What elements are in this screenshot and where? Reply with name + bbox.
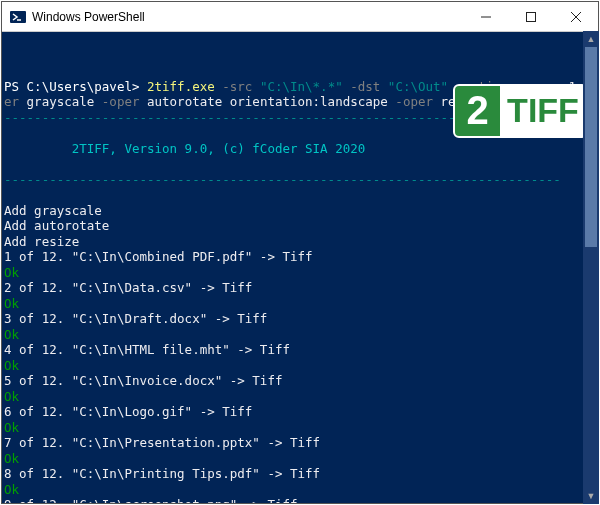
divider-bottom: ----------------------------------------… [4,172,561,187]
2tiff-logo: 2 TIFF [453,84,588,138]
ok-line: Ok [4,265,19,280]
arg-autorotate: autorotate orientation:landscape [147,94,395,109]
ok-line: Ok [4,389,19,404]
file-line: 6 of 12. "C:\In\Logo.gif" -> Tiff [4,404,252,419]
window-title: Windows PowerShell [32,10,145,24]
file-line: 7 of 12. "C:\In\Presentation.pptx" -> Ti… [4,435,320,450]
powershell-window: Windows PowerShell PS C:\Users\pavel> 2t… [1,1,599,504]
ok-line: Ok [4,420,19,435]
vertical-scrollbar[interactable]: ▲ ▼ [583,31,599,504]
prompt-path: C:\Users\pavel> [27,79,147,94]
flag-src: -src [222,79,260,94]
file-line: 9 of 12. "C:\In\screenshot.png" -> Tiff [4,497,298,503]
ok-line: Ok [4,451,19,466]
file-line: 2 of 12. "C:\In\Data.csv" -> Tiff [4,280,252,295]
file-line: 1 of 12. "C:\In\Combined PDF.pdf" -> Tif… [4,249,313,264]
scroll-down-icon[interactable]: ▼ [583,488,599,504]
titlebar[interactable]: Windows PowerShell [2,2,598,32]
flag-oper3: -oper [395,94,440,109]
op-resize: Add resize [4,234,79,249]
file-line: 4 of 12. "C:\In\HTML file.mht" -> Tiff [4,342,290,357]
file-line: 8 of 12. "C:\In\Printing Tips.pdf" -> Ti… [4,466,320,481]
ok-line: Ok [4,482,19,497]
maximize-button[interactable] [508,2,553,32]
terminal[interactable]: PS C:\Users\pavel> 2tiff.exe -src "C:\In… [2,32,598,503]
scrollbar-thumb[interactable] [585,47,597,247]
close-button[interactable] [553,2,598,32]
ok-line: Ok [4,327,19,342]
logo-tiff: TIFF [500,86,586,136]
svg-rect-3 [526,12,535,21]
flag-dst: -dst [350,79,388,94]
flag-oper2: -oper [102,94,147,109]
cmd-exe: 2tiff.exe [147,79,222,94]
version-banner: 2TIFF, Version 9.0, (c) fCoder SIA 2020 [4,141,365,156]
powershell-icon [10,9,26,25]
minimize-button[interactable] [463,2,508,32]
ok-line: Ok [4,358,19,373]
ok-line: Ok [4,296,19,311]
op-grayscale: Add grayscale [4,203,102,218]
arg-src: "C:\In\*.*" [260,79,350,94]
scroll-up-icon[interactable]: ▲ [583,31,599,47]
file-line: 5 of 12. "C:\In\Invoice.docx" -> Tiff [4,373,282,388]
flag-oper1b: er [4,94,27,109]
arg-grayscale: grayscale [27,94,102,109]
prompt-ps: PS [4,79,27,94]
file-line: 3 of 12. "C:\In\Draft.docx" -> Tiff [4,311,267,326]
op-autorotate: Add autorotate [4,218,109,233]
logo-2: 2 [455,86,500,136]
arg-dst: "C:\Out" [388,79,456,94]
